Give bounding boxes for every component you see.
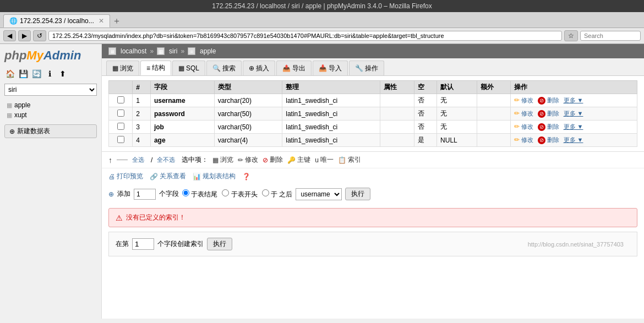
modify-link-2[interactable]: 修改 [521,123,533,130]
more-link-0[interactable]: 更多 ▼ [564,97,583,103]
tab-search[interactable]: 🔍 搜索 [206,61,242,75]
sidebar-item-apple[interactable]: ▦ apple [4,100,97,110]
operations-icon: 🔧 [355,64,363,72]
modify-link-3[interactable]: 修改 [521,136,533,143]
after-label[interactable]: 于 之后 [262,189,293,199]
breadcrumb-siri[interactable]: siri [169,47,177,55]
search-input[interactable] [580,31,641,41]
modify-link-0[interactable]: 修改 [521,97,533,103]
after-column-select[interactable]: username [296,188,342,200]
relation-view-link[interactable]: 🔗 关系查看 [150,172,186,181]
at-beginning-label[interactable]: 于表开头 [222,189,257,199]
cell-type-1: varchar(50) [214,107,282,121]
cell-null-3: 是 [414,134,437,147]
tab-export[interactable]: 📤 导出 [276,61,312,75]
delete-btn-1[interactable]: ⊘ [538,110,545,118]
delete-link-3[interactable]: 删除 [547,136,559,143]
more-link-1[interactable]: 更多 ▼ [564,110,583,117]
col-checkbox [109,81,133,94]
cell-default-3: NULL [437,134,477,147]
primary-action[interactable]: 🔑 主键 [287,155,310,165]
tab-sql[interactable]: ▦ SQL [172,61,205,75]
logo-my: My [26,48,43,62]
edit-action[interactable]: ✏ 修改 [238,155,258,165]
tab-import-label: 导入 [329,64,342,73]
breadcrumb-localhost[interactable]: localhost [121,47,146,55]
home-icon[interactable]: 🏠 [4,68,15,79]
at-end-label[interactable]: 于表结尾 [182,189,217,199]
columns-count-input[interactable] [134,189,156,200]
sidebar-item-xupt[interactable]: ▦ xupt [4,110,97,120]
cell-field-2: job [150,121,214,134]
structure-table: # 字段 类型 整理 属性 空 默认 额外 操作 1 username varc… [108,80,637,147]
breadcrumb-apple[interactable]: apple [200,47,216,55]
at-beginning-radio[interactable] [222,189,229,196]
forward-button[interactable]: ▶ [18,30,31,41]
browser-tab[interactable]: 🌐 172.25.254.23 / localho... ✕ [3,14,110,28]
tab-structure[interactable]: ≡ 结构 [140,61,171,75]
tab-browse[interactable]: ▦ 浏览 [106,61,139,75]
logout-icon[interactable]: ⬆ [57,68,68,79]
table-struct-label: 规划表结构 [203,172,236,181]
tab-close-icon[interactable]: ✕ [99,17,104,25]
delete-action[interactable]: ⊘ 删除 [263,155,283,165]
row-checkbox-2[interactable] [117,123,124,130]
cell-num-0: 1 [133,94,151,107]
cell-default-0: 无 [437,94,477,107]
database-select[interactable]: siri [4,84,97,96]
help-icon[interactable]: ❓ [242,173,250,180]
delete-btn-0[interactable]: ⊘ [538,97,545,105]
new-tab-button[interactable]: ＋ [112,15,121,27]
relation-label: 关系查看 [160,172,186,181]
info-icon[interactable]: ℹ [44,68,55,79]
delete-link-1[interactable]: 删除 [547,110,559,117]
browse-action[interactable]: ▦ 浏览 [212,155,233,165]
deselect-all-link[interactable]: 全不选 [157,156,175,164]
sidebar-label-apple: apple [14,101,30,109]
tab-bar: 🌐 172.25.254.23 / localho... ✕ ＋ [0,12,644,28]
new-table-button[interactable]: ⊕ 新建数据表 [4,124,97,138]
db-icon[interactable]: 💾 [18,68,29,79]
tab-import[interactable]: 📥 导入 [313,61,348,75]
delete-link-2[interactable]: 删除 [547,123,559,130]
modify-link-1[interactable]: 修改 [521,110,533,117]
logo-admin: Admin [43,48,81,62]
bookmark-button[interactable]: ☆ [564,30,578,41]
logo-php: php [4,48,26,62]
index-execute-button[interactable]: 执行 [207,238,232,250]
delete-link-0[interactable]: 删除 [547,97,559,103]
back-button[interactable]: ◀ [3,30,16,41]
more-link-2[interactable]: 更多 ▼ [564,123,583,130]
row-checkbox-0[interactable] [117,96,124,103]
add-column-execute-button[interactable]: 执行 [345,188,370,200]
tab-insert[interactable]: ⊕ 插入 [243,61,275,75]
print-preview-link[interactable]: 🖨 打印预览 [108,172,143,181]
tab-operations[interactable]: 🔧 操作 [349,61,384,75]
delete-btn-3[interactable]: ⊘ [538,136,545,144]
tab-operations-label: 操作 [365,64,378,73]
after-radio[interactable] [262,189,269,196]
cell-actions-2: ✏ 修改 ⊘ 删除 更多 ▼ [511,121,637,134]
content-area: 🖥 localhost » ▦ siri » ≡ apple ▦ 浏览 ≡ 结构… [102,44,644,319]
more-link-3[interactable]: 更多 ▼ [564,136,583,143]
delete-btn-2[interactable]: ⊘ [538,123,545,131]
row-checkbox-1[interactable] [117,110,124,117]
refresh-icon[interactable]: 🔄 [31,68,42,79]
sidebar-icons: 🏠 💾 🔄 ℹ ⬆ [4,68,97,79]
sidebar: phpMyAdmin 🏠 💾 🔄 ℹ ⬆ siri ▦ apple ▦ xupt… [0,44,102,319]
cell-default-1: 无 [437,107,477,121]
index-action[interactable]: 📋 索引 [338,155,361,165]
reload-button[interactable]: ↺ [33,30,46,41]
new-table-label: 新建数据表 [17,127,50,136]
table-structure-link[interactable]: 📊 规划表结构 [193,172,236,181]
primary-label: 主键 [297,155,310,165]
apple-table-icon: ≡ [188,47,195,55]
unique-action[interactable]: u 唯一 [315,155,334,165]
select-all-link[interactable]: 全选 [132,156,144,164]
url-input[interactable] [48,31,562,41]
index-count-input[interactable] [132,238,154,250]
tab-structure-label: 结构 [152,63,165,73]
cell-collation-2: latin1_swedish_ci [282,121,380,134]
row-checkbox-3[interactable] [117,136,124,143]
at-end-radio[interactable] [182,189,189,196]
